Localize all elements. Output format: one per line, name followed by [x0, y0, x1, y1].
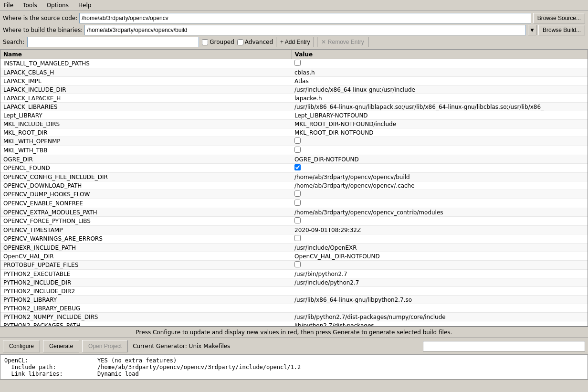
table-row[interactable]: OGRE_DIROGRE_DIR-NOTFOUND	[0, 155, 588, 164]
entry-checkbox[interactable]	[294, 191, 301, 197]
entry-value: cblas.h	[292, 68, 588, 77]
table-row[interactable]: OPENCV_DOWNLOAD_PATH/home/ab/3rdparty/op…	[0, 181, 588, 190]
entry-name: MKL_INCLUDE_DIRS	[0, 120, 292, 128]
entry-name: PYTHON2_EXECUTABLE	[0, 270, 292, 278]
grouped-checkbox[interactable]	[202, 39, 208, 45]
advanced-checkbox[interactable]	[237, 39, 243, 45]
table-row[interactable]: Lept_LIBRARYLept_LIBRARY-NOTFOUND	[0, 111, 588, 120]
menu-file[interactable]: File	[2, 1, 15, 10]
generator-label: Current Generator: Unix Makefiles	[133, 343, 230, 350]
add-entry-button[interactable]: + Add Entry	[276, 37, 314, 47]
menu-tools[interactable]: Tools	[21, 1, 39, 10]
cmake-table: Name Value INSTALL_TO_MANGLED_PATHSLAPAC…	[0, 50, 588, 327]
entry-value[interactable]	[292, 164, 588, 173]
browse-source-button[interactable]: Browse Source...	[533, 13, 585, 23]
table-row[interactable]: MKL_INCLUDE_DIRSMKL_ROOT_DIR-NOTFOUND/in…	[0, 120, 588, 128]
table-row[interactable]: LAPACK_INCLUDE_DIR/usr/include/x86_64-li…	[0, 85, 588, 94]
search-input[interactable]	[27, 37, 199, 47]
table-row[interactable]: OPENEXR_INCLUDE_PATH/usr/include/OpenEXR	[0, 244, 588, 252]
entry-value	[292, 287, 588, 296]
table-row[interactable]: PYTHON2_LIBRARY_DEBUG	[0, 304, 588, 313]
browse-build-button[interactable]: Browse Build...	[538, 25, 585, 35]
status-bar: Press Configure to update and display ne…	[0, 327, 588, 338]
toolbar-area: Where is the source code: Browse Source.…	[0, 11, 588, 50]
table-row[interactable]: PROTOBUF_UPDATE_FILES	[0, 261, 588, 270]
entry-value[interactable]	[292, 59, 588, 68]
table-row[interactable]: OPENCV_WARNINGS_ARE_ERRORS	[0, 234, 588, 244]
entry-value[interactable]	[292, 261, 588, 270]
table-row[interactable]: OPENCV_CONFIG_FILE_INCLUDE_DIR/home/ab/3…	[0, 173, 588, 181]
entry-name: MKL_WITH_TBB	[0, 146, 292, 155]
entry-checkbox[interactable]	[294, 261, 301, 267]
entry-value[interactable]	[292, 146, 588, 155]
entry-value: Lept_LIBRARY-NOTFOUND	[292, 111, 588, 120]
entry-name: PYTHON2_INCLUDE_DIR	[0, 278, 292, 287]
generate-button[interactable]: Generate	[43, 340, 79, 352]
entry-value[interactable]	[292, 217, 588, 226]
menu-help[interactable]: Help	[76, 1, 93, 10]
table-row[interactable]: PYTHON2_EXECUTABLE/usr/bin/python2.7	[0, 270, 588, 278]
advanced-checkbox-label[interactable]: Advanced	[237, 39, 273, 45]
entry-name: OPENCL_FOUND	[0, 164, 292, 173]
entry-name: Lept_LIBRARY	[0, 111, 292, 120]
table-row[interactable]: OPENCV_DUMP_HOOKS_FLOW	[0, 190, 588, 199]
open-project-button[interactable]: Open Project	[82, 340, 128, 352]
configure-button[interactable]: Configure	[3, 340, 40, 352]
entry-name: PYTHON2_NUMPY_INCLUDE_DIRS	[0, 313, 292, 321]
entry-value: /home/ab/3rdparty/opencv/opencv_contrib/…	[292, 208, 588, 217]
table-row[interactable]: PYTHON2_INCLUDE_DIR2	[0, 287, 588, 296]
table-row[interactable]: INSTALL_TO_MANGLED_PATHS	[0, 59, 588, 68]
table-row[interactable]: OPENCV_ENABLE_NONFREE	[0, 199, 588, 208]
dropdown-build-btn[interactable]: ▼	[528, 25, 536, 35]
table-row[interactable]: LAPACK_CBLAS_Hcblas.h	[0, 68, 588, 77]
table-row[interactable]: PYTHON2_LIBRARY/usr/lib/x86_64-linux-gnu…	[0, 296, 588, 304]
entry-name: OPENCV_DOWNLOAD_PATH	[0, 181, 292, 190]
table-row[interactable]: OPENCV_EXTRA_MODULES_PATH/home/ab/3rdpar…	[0, 208, 588, 217]
entry-name: OPENCV_ENABLE_NONFREE	[0, 199, 292, 208]
entry-name: PYTHON2_INCLUDE_DIR2	[0, 287, 292, 296]
table-row[interactable]: OpenCV_HAL_DIROpenCV_HAL_DIR-NOTFOUND	[0, 252, 588, 261]
entry-value[interactable]	[292, 234, 588, 244]
entry-value: OGRE_DIR-NOTFOUND	[292, 155, 588, 164]
table-row[interactable]: LAPACK_LIBRARIES/usr/lib/x86_64-linux-gn…	[0, 103, 588, 111]
entry-checkbox[interactable]	[294, 164, 301, 170]
table-row[interactable]: MKL_ROOT_DIRMKL_ROOT_DIR-NOTFOUND	[0, 128, 588, 137]
table-row[interactable]: OPENCV_TIMESTAMP2020-09-01T08:29:32Z	[0, 226, 588, 234]
source-input[interactable]	[79, 13, 531, 23]
entry-value: MKL_ROOT_DIR-NOTFOUND/include	[292, 120, 588, 128]
entry-checkbox[interactable]	[294, 217, 301, 223]
remove-entry-button[interactable]: ✕ Remove Entry	[317, 37, 368, 47]
table-row[interactable]: PYTHON2_NUMPY_INCLUDE_DIRS/usr/lib/pytho…	[0, 313, 588, 321]
generator-input[interactable]	[423, 341, 585, 351]
grouped-checkbox-label[interactable]: Grouped	[202, 39, 234, 45]
entry-value[interactable]	[292, 199, 588, 208]
entry-name: OPENCV_TIMESTAMP	[0, 226, 292, 234]
entry-checkbox[interactable]	[294, 200, 301, 206]
entry-name: MKL_WITH_OPENMP	[0, 137, 292, 146]
table-row[interactable]: OPENCL_FOUND	[0, 164, 588, 173]
entry-checkbox[interactable]	[294, 235, 301, 241]
entry-name: OPENEXR_INCLUDE_PATH	[0, 244, 292, 252]
source-row: Where is the source code: Browse Source.…	[3, 13, 585, 23]
table-row[interactable]: PYTHON2_INCLUDE_DIR/usr/include/python2.…	[0, 278, 588, 287]
entry-value: /usr/lib/x86_64-linux-gnu/libpython2.7.s…	[292, 296, 588, 304]
menu-options[interactable]: Options	[45, 1, 71, 10]
entry-name: OpenCV_HAL_DIR	[0, 252, 292, 261]
entry-name: LAPACK_LAPACKE_H	[0, 94, 292, 103]
entry-checkbox[interactable]	[294, 147, 301, 153]
entry-value[interactable]	[292, 137, 588, 146]
entry-checkbox[interactable]	[294, 60, 301, 66]
entry-value: /home/ab/3rdparty/opencv/opencv/.cache	[292, 181, 588, 190]
table-row[interactable]: LAPACK_IMPLAtlas	[0, 77, 588, 85]
table-row[interactable]: PYTHON2_PACKAGES_PATHlib/python2.7/dist-…	[0, 321, 588, 327]
table-row[interactable]: OPENCV_FORCE_PYTHON_LIBS	[0, 217, 588, 226]
col-name-header: Name	[0, 50, 292, 59]
entry-value[interactable]	[292, 190, 588, 199]
entry-name: OPENCV_FORCE_PYTHON_LIBS	[0, 217, 292, 226]
entry-value: /usr/lib/python2.7/dist-packages/numpy/c…	[292, 313, 588, 321]
table-row[interactable]: MKL_WITH_TBB	[0, 146, 588, 155]
build-input[interactable]	[84, 25, 526, 35]
table-row[interactable]: LAPACK_LAPACKE_Hlapacke.h	[0, 94, 588, 103]
table-row[interactable]: MKL_WITH_OPENMP	[0, 137, 588, 146]
entry-checkbox[interactable]	[294, 138, 301, 144]
